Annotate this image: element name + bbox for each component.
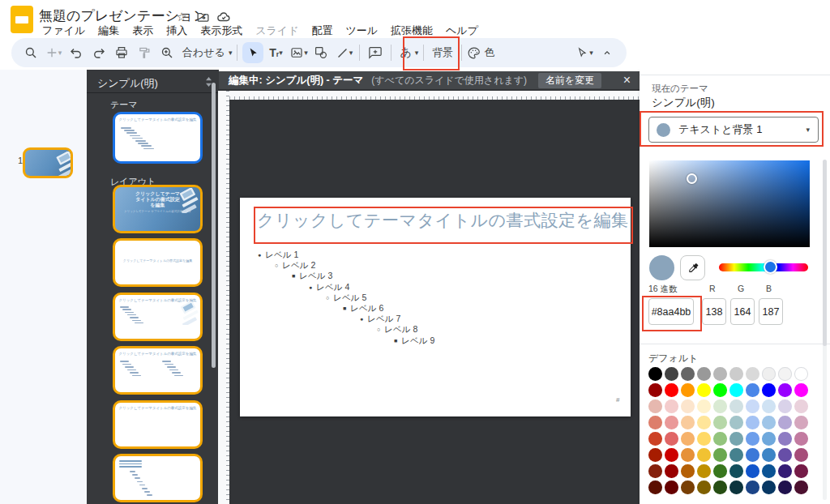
theme-strip-scrollbar[interactable] <box>212 83 216 368</box>
palette-swatch[interactable] <box>762 416 776 429</box>
palette-swatch[interactable] <box>746 464 759 478</box>
palette-swatch[interactable] <box>697 432 711 446</box>
palette-swatch[interactable] <box>665 367 678 381</box>
palette-swatch[interactable] <box>713 481 727 494</box>
gradient-selector-ring[interactable] <box>687 173 697 184</box>
palette-swatch[interactable] <box>697 383 711 397</box>
slide-body-placeholder[interactable]: ●レベル 1○レベル 2■レベル 3●レベル 4○レベル 5■レベル 6●レベル… <box>258 250 614 346</box>
palette-swatch[interactable] <box>778 416 792 429</box>
slides-logo-icon[interactable] <box>11 6 33 33</box>
palette-swatch[interactable] <box>648 448 662 462</box>
saturation-gradient-field[interactable] <box>649 160 810 247</box>
palette-swatch[interactable] <box>681 383 695 397</box>
palette-swatch[interactable] <box>665 383 678 397</box>
theme-color-button[interactable]: 色 <box>467 42 498 63</box>
insert-placeholder-icon[interactable]: あ▾ <box>396 42 418 63</box>
new-slide-icon[interactable]: ▾ <box>43 42 64 63</box>
palette-swatch[interactable] <box>762 432 776 446</box>
palette-swatch[interactable] <box>713 416 727 429</box>
palette-swatch[interactable] <box>681 448 695 462</box>
search-menus-icon[interactable] <box>20 42 41 63</box>
menu-item[interactable]: ファイル <box>36 22 92 40</box>
palette-swatch[interactable] <box>648 432 662 446</box>
menu-item[interactable]: 表示 <box>126 22 160 40</box>
palette-swatch[interactable] <box>762 367 776 381</box>
palette-swatch[interactable] <box>681 464 695 478</box>
palette-swatch[interactable] <box>762 481 776 494</box>
palette-swatch[interactable] <box>665 432 678 446</box>
palette-swatch[interactable] <box>648 481 662 494</box>
menu-item[interactable]: 表示形式 <box>194 22 249 40</box>
palette-swatch[interactable] <box>729 383 743 397</box>
palette-swatch[interactable] <box>778 399 792 413</box>
palette-swatch[interactable] <box>746 399 759 413</box>
select-tool-icon[interactable] <box>242 42 263 63</box>
palette-swatch[interactable] <box>794 481 808 494</box>
theme-master-thumbnail[interactable]: クリックしてテーマタイトルの書式設定を編集 <box>113 112 203 164</box>
palette-swatch[interactable] <box>729 432 743 446</box>
palette-swatch[interactable] <box>665 448 678 462</box>
insert-comment-icon[interactable] <box>365 42 386 63</box>
layout-thumbnail-two-col[interactable]: クリックしてテーマタイトルの書式設定を編集 <box>113 346 203 395</box>
palette-swatch[interactable] <box>713 367 727 381</box>
palette-swatch[interactable] <box>729 448 743 462</box>
slide-1-thumbnail[interactable] <box>23 147 73 178</box>
layout-thumbnail-hero[interactable]: クリックしてテーマタイトルの書式設定を編集クリックしてテーマ サブタイトルの書式… <box>113 185 203 233</box>
layout-thumbnail-centered[interactable]: クリックしてテーマタイトルの書式設定を編集 <box>113 238 203 287</box>
palette-swatch[interactable] <box>746 383 759 397</box>
palette-swatch[interactable] <box>794 399 808 413</box>
menu-item[interactable]: 挿入 <box>160 22 194 40</box>
palette-swatch[interactable] <box>778 432 792 446</box>
layout-thumbnail-title-only[interactable]: クリックしてテーマタイトルの書式設定を編集 <box>113 400 203 449</box>
palette-swatch[interactable] <box>746 416 759 429</box>
palette-swatch[interactable] <box>681 367 695 381</box>
palette-swatch[interactable] <box>794 367 808 381</box>
hue-slider[interactable] <box>719 263 808 271</box>
menu-item[interactable]: 配置 <box>305 22 339 40</box>
palette-swatch[interactable] <box>778 367 792 381</box>
palette-swatch[interactable] <box>665 399 678 413</box>
menu-item[interactable]: 拡張機能 <box>384 22 439 40</box>
palette-swatch[interactable] <box>794 416 808 429</box>
palette-swatch[interactable] <box>648 416 662 429</box>
palette-swatch[interactable] <box>713 383 727 397</box>
palette-swatch[interactable] <box>794 464 808 478</box>
color-slot-select[interactable]: テキストと背景 1 ▾ <box>648 117 819 143</box>
palette-swatch[interactable] <box>665 481 678 494</box>
palette-swatch[interactable] <box>762 464 776 478</box>
layout-thumbnail-title-bullets-art[interactable]: クリックしてテーマタイトルの書式設定を編集 <box>113 293 203 341</box>
palette-swatch[interactable] <box>713 432 727 446</box>
palette-swatch[interactable] <box>648 367 662 381</box>
palette-swatch[interactable] <box>746 367 759 381</box>
layout-thumbnail-title-corner[interactable] <box>113 454 203 502</box>
palette-swatch[interactable] <box>729 416 743 429</box>
palette-swatch[interactable] <box>794 448 808 462</box>
eyedropper-button[interactable] <box>680 255 705 280</box>
palette-swatch[interactable] <box>681 481 695 494</box>
redo-icon[interactable] <box>88 42 109 63</box>
palette-swatch[interactable] <box>648 464 662 478</box>
palette-swatch[interactable] <box>713 399 727 413</box>
palette-swatch[interactable] <box>681 399 695 413</box>
palette-swatch[interactable] <box>778 481 792 494</box>
palette-swatch[interactable] <box>648 399 662 413</box>
text-box-icon[interactable]: Tr▾ <box>265 42 286 63</box>
rename-button[interactable]: 名前を変更 <box>538 73 601 88</box>
palette-swatch[interactable] <box>729 399 743 413</box>
zoom-in-icon[interactable] <box>156 42 178 63</box>
palette-swatch[interactable] <box>665 464 678 478</box>
background-button[interactable]: 背景 <box>429 42 456 63</box>
palette-swatch[interactable] <box>697 464 711 478</box>
g-input[interactable] <box>730 298 755 325</box>
palette-swatch[interactable] <box>713 464 727 478</box>
menu-item[interactable]: ヘルプ <box>439 22 485 40</box>
palette-swatch[interactable] <box>778 464 792 478</box>
hue-slider-thumb[interactable] <box>764 260 777 274</box>
undo-icon[interactable] <box>66 42 87 63</box>
insert-image-icon[interactable]: ▾ <box>288 42 309 63</box>
palette-swatch[interactable] <box>697 448 711 462</box>
print-icon[interactable] <box>111 42 132 63</box>
palette-swatch[interactable] <box>778 383 792 397</box>
fit-zoom-select[interactable]: 合わせる▾ <box>179 42 232 63</box>
palette-swatch[interactable] <box>697 367 711 381</box>
